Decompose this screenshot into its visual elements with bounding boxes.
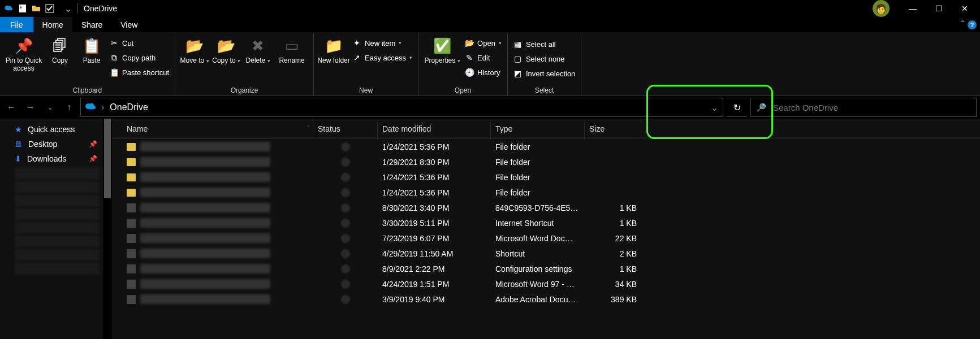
up-button[interactable]: ↑ (61, 99, 77, 115)
sidebar-item-blurred[interactable] (15, 208, 100, 220)
sidebar-item-quick-access[interactable]: ★Quick access (0, 122, 103, 137)
copy-to-button[interactable]: 📂Copy to ▾ (210, 35, 242, 85)
invert-selection-button[interactable]: ◩Invert selection (513, 67, 575, 80)
pin-quick-access-button[interactable]: 📌Pin to Quick access (3, 35, 44, 85)
tab-home[interactable]: Home (33, 17, 72, 32)
delete-button[interactable]: ✖Delete ▾ (242, 35, 274, 85)
user-avatar[interactable]: 🧑 (873, 0, 890, 17)
cell-date: 4/24/2019 1:51 PM (378, 280, 491, 289)
cell-size: 1 KB (585, 264, 641, 273)
table-row[interactable]: 1/24/2021 5:36 PMFile folder (112, 185, 980, 200)
sidebar-item-blurred[interactable] (15, 167, 100, 180)
paste-shortcut-button[interactable]: 📋Paste shortcut (110, 66, 169, 79)
cell-type: Internet Shortcut (491, 219, 585, 228)
close-button[interactable]: ✕ (952, 0, 978, 17)
properties-icon[interactable] (18, 4, 27, 13)
sidebar-scrollbar[interactable] (103, 119, 112, 339)
history-button[interactable]: 🕘History (465, 66, 502, 79)
breadcrumb[interactable]: OneDrive (110, 102, 148, 112)
tab-view[interactable]: View (111, 17, 146, 32)
table-row[interactable]: 3/30/2019 5:11 PMInternet Shortcut1 KB (112, 215, 980, 231)
column-type[interactable]: Type (491, 119, 585, 138)
minimize-button[interactable]: ― (900, 0, 926, 17)
table-row[interactable]: 4/24/2019 1:51 PMMicrosoft Word 97 - …34… (112, 276, 980, 292)
sidebar-item-blurred[interactable] (15, 249, 100, 261)
copy-path-button[interactable]: ⧉Copy path (110, 51, 169, 64)
new-item-button[interactable]: ✦New item ▾ (352, 36, 412, 50)
group-label-open: Open (422, 85, 504, 95)
sidebar-item-desktop[interactable]: 🖥Desktop📌 (0, 137, 103, 151)
paste-button[interactable]: 📋Paste (76, 35, 107, 85)
group-label-new: New (317, 85, 415, 95)
file-icon (127, 219, 136, 228)
edit-icon: ✎ (465, 53, 474, 62)
folder-icon[interactable] (32, 4, 41, 13)
sidebar-item-blurred[interactable] (15, 235, 100, 247)
file-name-blurred (140, 249, 270, 258)
collapse-ribbon-icon[interactable]: ˆ (961, 20, 964, 30)
cell-size: 389 KB (585, 295, 641, 304)
column-status[interactable]: Status (313, 119, 378, 138)
table-row[interactable]: 8/30/2021 3:40 PM849C9593-D756-4E5…1 KB (112, 200, 980, 215)
select-all-icon: ▦ (513, 40, 523, 49)
group-label-select: Select (511, 85, 577, 95)
new-folder-button[interactable]: 📁New folder (317, 35, 350, 85)
properties-button[interactable]: ✅Properties ▾ (422, 35, 463, 85)
easy-access-button[interactable]: ↗Easy access ▾ (352, 51, 412, 64)
file-name-blurred (140, 157, 270, 167)
cell-date: 1/24/2021 5:36 PM (378, 188, 491, 197)
column-name[interactable]: Nameˆ (112, 119, 313, 138)
sidebar-item-downloads[interactable]: ⬇Downloads📌 (0, 151, 103, 166)
select-none-button[interactable]: ▢Select none (513, 52, 575, 66)
refresh-button[interactable]: ↻ (727, 98, 747, 117)
qat-dropdown-icon[interactable]: ⌄ (64, 3, 72, 14)
maximize-button[interactable]: ☐ (926, 0, 952, 17)
copyto-icon: 📂 (217, 36, 236, 55)
move-to-button[interactable]: 📂Move to ▾ (179, 35, 210, 85)
rename-icon: ▭ (282, 36, 301, 55)
back-button[interactable]: ← (3, 99, 19, 115)
select-all-button[interactable]: ▦Select all (513, 37, 575, 51)
table-row[interactable]: 7/23/2019 6:07 PMMicrosoft Word Doc…22 K… (112, 231, 980, 246)
downloads-icon: ⬇ (15, 154, 21, 163)
status-icon (341, 188, 350, 197)
table-row[interactable]: 1/24/2021 5:36 PMFile folder (112, 139, 980, 154)
open-icon: 📂 (465, 38, 474, 47)
search-box[interactable]: 🔍 (750, 98, 977, 117)
sidebar-item-blurred[interactable] (15, 262, 100, 275)
sidebar-item-blurred[interactable] (15, 181, 100, 193)
tab-share[interactable]: Share (72, 17, 111, 32)
column-date[interactable]: Date modified (378, 119, 491, 138)
copy-button[interactable]: 🗐Copy (44, 35, 76, 85)
table-row[interactable]: 4/29/2019 11:50 AMShortcut2 KB (112, 246, 980, 261)
table-row[interactable]: 1/29/2021 8:30 PMFile folder (112, 154, 980, 169)
table-row[interactable]: 8/9/2021 2:22 PMConfiguration settings1 … (112, 261, 980, 276)
table-row[interactable]: 1/24/2021 5:36 PMFile folder (112, 169, 980, 185)
rename-button[interactable]: ▭Rename (274, 35, 310, 85)
table-row[interactable]: 3/9/2019 9:40 PMAdobe Acrobat Docu…389 K… (112, 292, 980, 307)
checkbox-icon[interactable] (45, 4, 54, 13)
address-dropdown-icon[interactable]: ⌄ (711, 102, 718, 113)
cut-button[interactable]: ✂Cut (110, 36, 169, 50)
open-button[interactable]: 📂Open ▾ (465, 36, 502, 50)
file-icon (127, 234, 136, 243)
sidebar-item-blurred[interactable] (15, 194, 100, 207)
cell-date: 3/30/2019 5:11 PM (378, 219, 491, 228)
address-bar[interactable]: › OneDrive ⌄ (80, 98, 723, 117)
column-size[interactable]: Size (585, 119, 641, 138)
tab-file[interactable]: File (0, 17, 33, 32)
sidebar-item-blurred[interactable] (15, 221, 100, 234)
cell-size: 22 KB (585, 234, 641, 243)
file-name-blurred (140, 264, 270, 273)
file-name-blurred (140, 294, 270, 304)
status-icon (341, 280, 350, 289)
search-input[interactable] (772, 102, 970, 113)
cell-type: File folder (491, 158, 585, 167)
recent-dropdown[interactable]: ⌄ (42, 99, 58, 115)
edit-button[interactable]: ✎Edit (465, 51, 502, 64)
help-icon[interactable]: ? (968, 20, 977, 29)
cell-size: 1 KB (585, 203, 641, 212)
select-none-icon: ▢ (513, 54, 523, 63)
desktop-icon: 🖥 (15, 140, 23, 149)
forward-button[interactable]: → (23, 99, 38, 115)
